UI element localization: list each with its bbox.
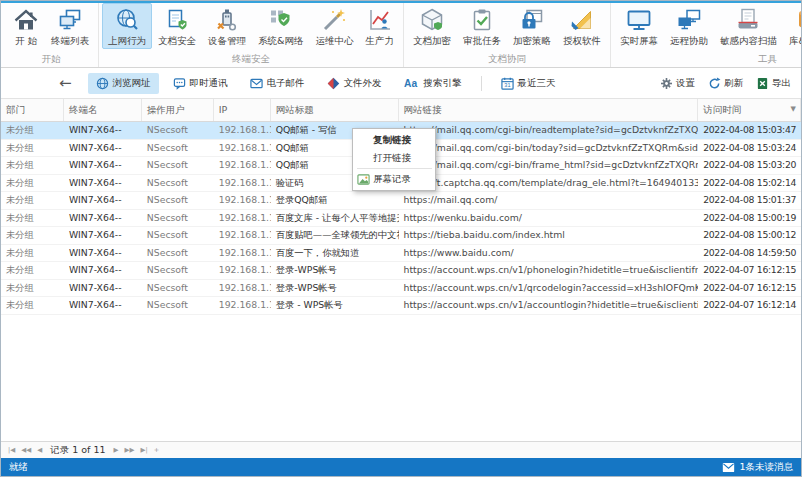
table-row[interactable]: 未分组WIN7-X64--NSecsoft192.168.1.190登录 - W… [1,297,801,315]
ribbon-item-remote-assist[interactable]: 远程协助 [664,3,714,49]
tab-label: 浏览网址 [113,77,151,90]
pager-prev-page-button[interactable]: ◀◀ [18,446,34,454]
tab-calendar[interactable]: 31最近三天 [493,73,564,94]
ribbon-item-device-manage[interactable]: 设备管理 [202,3,252,49]
ribbon-item-realtime-screen[interactable]: 实时屏幕 [614,3,664,49]
unread-message-indicator[interactable]: 1条未读消息 [722,461,793,474]
doc-security-icon [164,7,190,33]
ribbon-item-licensed-software[interactable]: 授权软件 [557,3,607,49]
cell-title: 登录-WPS帐号 [271,262,399,279]
productivity-icon [367,7,393,33]
table-row[interactable]: 未分组WIN7-X64--NSecsoft192.168.1.190百度贴吧——… [1,227,801,245]
cell-terminal: WIN7-X64-- [64,122,142,139]
tab-file-send[interactable]: 文件外发 [319,73,390,94]
ribbon-item-home[interactable]: 开 始 [7,3,45,49]
ribbon-item-approval-task[interactable]: 审批任务 [457,3,507,49]
unread-message-label: 1条未读消息 [739,461,793,474]
ribbon-group: 上网行为文档安全设备管理系统&网络运维中心生产力终端安全 [99,3,404,67]
column-header-time[interactable]: 访问时间▼ [698,99,801,121]
cell-url: https://account.wps.cn/v1/qrcodelogin?ac… [399,280,699,297]
table-row[interactable]: 未分组WIN7-X64--NSecsoft192.168.1.190登录-WPS… [1,262,801,280]
ribbon-item-web-behavior[interactable]: 上网行为 [102,3,152,49]
cell-user: NSecsoft [142,297,214,314]
ribbon-item-label: 终端列表 [51,35,89,48]
cell-time: 2022-04-07 16:12:14 [698,297,801,314]
cell-ip: 192.168.1.190 [214,245,271,262]
context-menu-item[interactable]: 屏幕记录 [353,170,435,188]
ribbon: 开 始终端列表开始上网行为文档安全设备管理系统&网络运维中心生产力终端安全文档加… [1,3,801,68]
table-row[interactable]: 未分组WIN7-X64--NSecsoft192.168.1.190登录-WPS… [1,280,801,298]
cell-url: https://account.wps.cn/v1/phonelogin?hid… [399,262,699,279]
globe-icon [96,77,109,90]
svg-text:31: 31 [504,82,510,88]
context-menu-item[interactable]: 复制链接 [353,131,435,149]
column-header-url[interactable]: 网站链接 [399,99,699,121]
cell-url: https://mail.qq.com/cgi-bin/readtemplate… [399,122,699,139]
ribbon-item-doc-encrypt[interactable]: 文档加密 [407,3,457,49]
cell-url: https://tieba.baidu.com/index.html [399,227,699,244]
tab-globe[interactable]: 浏览网址 [88,73,159,94]
column-header-dept[interactable]: 部门 [1,99,64,121]
ribbon-item-content-scan[interactable]: 敏感内容扫描 [714,3,783,49]
tab-label: 最近三天 [518,77,556,90]
tab-chat[interactable]: 即时通讯 [165,73,236,94]
ribbon-item-encrypt-policy[interactable]: 加密策略 [507,3,557,49]
gear-button[interactable]: 设置 [660,77,695,90]
encrypt-policy-icon [519,7,545,33]
ribbon-group: 开 始终端列表开始 [4,3,99,67]
column-header-label: IP [219,104,228,115]
filter-arrow-icon[interactable]: ▼ [791,99,796,120]
cell-user: NSecsoft [142,157,214,174]
terminal-list-icon [57,7,83,33]
pager-prev-button[interactable]: ◀ [34,446,45,454]
back-button[interactable]: ← [59,76,72,91]
ribbon-group-label: 工具 [614,52,802,67]
cell-terminal: WIN7-X64-- [64,245,142,262]
ribbon-item-library-template[interactable]: 库&模板 [783,3,802,49]
ribbon-item-label: 文档安全 [158,35,196,48]
ribbon-item-system-network[interactable]: 系统&网络 [252,3,309,49]
column-header-ip[interactable]: IP [214,99,271,121]
table-row[interactable]: 未分组WIN7-X64--NSecsoft192.168.1.190百度文库 -… [1,210,801,228]
column-header-label: 访问时间 [703,104,741,115]
cell-dept: 未分组 [1,227,64,244]
cell-ip: 192.168.1.190 [214,140,271,157]
cell-title: 登录 - WPS帐号 [271,297,399,314]
ribbon-item-ops-center[interactable]: 运维中心 [309,3,359,49]
cell-terminal: WIN7-X64-- [64,280,142,297]
pager-add-button[interactable]: + [151,446,162,454]
ribbon-item-label: 敏感内容扫描 [720,35,777,48]
cell-dept: 未分组 [1,175,64,192]
refresh-button[interactable]: 刷新 [708,77,743,90]
cell-ip: 192.168.1.190 [214,297,271,314]
cell-url: https://mail.qq.com/ [399,192,699,209]
tab-aa[interactable]: Aa搜索引擎 [396,73,470,94]
ribbon-item-terminal-list[interactable]: 终端列表 [45,3,95,49]
pager-last-button[interactable]: ▶| [138,446,151,454]
context-menu-item[interactable]: 打开链接 [353,149,435,167]
ribbon-group: 文档加密审批任务加密策略授权软件文档协同 [404,3,611,67]
export-icon [756,77,769,90]
cell-url: https://www.baidu.com/ [399,245,699,262]
cell-dept: 未分组 [1,140,64,157]
export-button[interactable]: 导出 [756,77,791,90]
ribbon-item-label: 库&模板 [789,35,802,48]
table-row[interactable]: 未分组WIN7-X64--NSecsoft192.168.1.190百度一下，你… [1,245,801,263]
pager-first-button[interactable]: |◀ [5,446,18,454]
table-row[interactable]: 未分组WIN7-X64--NSecsoft192.168.1.190登录QQ邮箱… [1,192,801,210]
record-count-label: 记录 1 of 11 [50,444,105,457]
cell-user: NSecsoft [142,210,214,227]
column-header-terminal[interactable]: 终端名 [64,99,142,121]
ribbon-item-productivity[interactable]: 生产力 [359,3,400,49]
ribbon-item-doc-security[interactable]: 文档安全 [152,3,202,49]
pager-next-button[interactable]: ▶ [111,446,122,454]
ribbon-item-label: 授权软件 [563,35,601,48]
column-header-title[interactable]: 网站标题 [271,99,399,121]
device-manage-icon [214,7,240,33]
cell-time: 2022-04-08 15:03:47 [698,122,801,139]
cell-time: 2022-04-07 16:12:15 [698,262,801,279]
pager-next-page-button[interactable]: ▶▶ [122,446,138,454]
column-header-user[interactable]: 操作用户 [142,99,214,121]
ribbon-item-label: 系统&网络 [258,35,303,48]
tab-mail[interactable]: 电子邮件 [242,73,313,94]
